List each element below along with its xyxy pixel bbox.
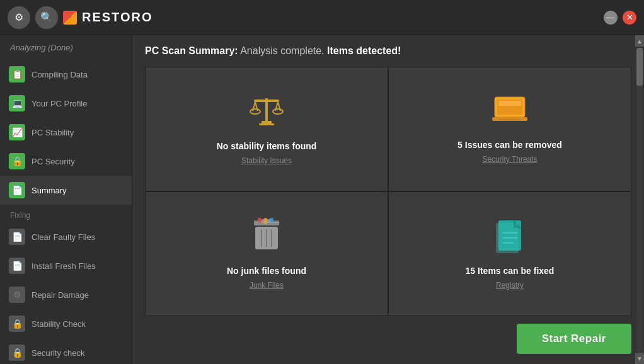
security-card-title: 5 Issues can be removed bbox=[457, 140, 562, 150]
sidebar-item-label: PC Security bbox=[32, 157, 75, 166]
bottom-bar: Start Repair bbox=[145, 316, 631, 354]
logo-icon bbox=[63, 11, 77, 25]
svg-rect-12 bbox=[498, 101, 521, 106]
sidebar-item-label: Compiling Data bbox=[32, 70, 88, 79]
sidebar-item-stability-check[interactable]: 🔒 Stability Check bbox=[0, 309, 132, 338]
junk-card-title: No junk files found bbox=[227, 266, 306, 276]
scan-title-normal: PC Scan Summary: bbox=[145, 45, 238, 56]
sidebar-header: Analyzing (Done) bbox=[0, 35, 132, 60]
junk-card-link[interactable]: Junk Files bbox=[250, 281, 284, 290]
results-grid: No stability items found Stability Issue… bbox=[145, 67, 631, 316]
sidebar-item-label: Summary bbox=[32, 186, 67, 195]
search-button[interactable]: 🔍 bbox=[35, 6, 58, 29]
sidebar-item-compiling-data[interactable]: 📋 Compiling Data bbox=[0, 60, 132, 89]
sidebar-item-security-check[interactable]: 🔒 Security check bbox=[0, 338, 132, 364]
laptop-icon bbox=[490, 94, 530, 135]
scroll-up-button[interactable]: ▲ bbox=[635, 35, 644, 47]
svg-rect-1 bbox=[254, 100, 279, 102]
content-area: PC Scan Summary: Analysis complete. Item… bbox=[132, 35, 644, 364]
title-bar-right: — ✕ bbox=[604, 11, 636, 25]
trash-icon bbox=[249, 218, 284, 261]
scrollbar: ▲ ▼ bbox=[635, 35, 644, 364]
security-card-link[interactable]: Security Threats bbox=[482, 155, 537, 164]
svg-rect-9 bbox=[259, 123, 274, 125]
stability-card-title: No stability items found bbox=[217, 141, 317, 151]
sidebar-item-label: Repair Damage bbox=[32, 290, 89, 300]
app-logo: RESTORO bbox=[63, 10, 153, 25]
svg-rect-22 bbox=[258, 218, 262, 223]
stability-check-icon: 🔒 bbox=[9, 316, 25, 332]
svg-rect-30 bbox=[496, 223, 519, 253]
stability-card: No stability items found Stability Issue… bbox=[146, 67, 388, 191]
svg-rect-8 bbox=[262, 121, 272, 123]
sidebar-item-label: Your PC Profile bbox=[32, 99, 87, 108]
scroll-down-button[interactable]: ▼ bbox=[635, 353, 644, 364]
sidebar: Analyzing (Done) 📋 Compiling Data 💻 Your… bbox=[0, 35, 132, 364]
svg-point-4 bbox=[250, 109, 260, 114]
stability-card-link[interactable]: Stability Issues bbox=[241, 156, 292, 165]
summary-icon: 📄 bbox=[9, 182, 25, 198]
title-bar-left: ⚙ 🔍 RESTORO bbox=[8, 6, 153, 29]
sidebar-item-pc-stability[interactable]: 📈 PC Stability bbox=[0, 118, 132, 147]
app-name: RESTORO bbox=[82, 10, 153, 25]
sidebar-item-label: Stability Check bbox=[32, 319, 86, 329]
svg-point-7 bbox=[273, 109, 283, 114]
compiling-data-icon: 📋 bbox=[9, 66, 25, 82]
clear-faulty-icon: 📄 bbox=[9, 229, 25, 245]
scan-title-middle: Analysis complete. bbox=[240, 45, 327, 56]
sidebar-item-clear-faulty-files[interactable]: 📄 Clear Faulty Files bbox=[0, 222, 132, 251]
scan-summary-title: PC Scan Summary: Analysis complete. Item… bbox=[145, 45, 631, 57]
registry-card: 15 Items can be fixed Registry bbox=[389, 192, 631, 316]
close-button[interactable]: ✕ bbox=[623, 11, 636, 25]
document-icon bbox=[492, 218, 527, 261]
registry-card-link[interactable]: Registry bbox=[496, 281, 524, 290]
junk-card: No junk files found Junk Files bbox=[146, 192, 388, 316]
pc-stability-icon: 📈 bbox=[9, 124, 25, 140]
fixing-section-label: Fixing bbox=[0, 205, 132, 222]
svg-rect-23 bbox=[264, 218, 267, 224]
security-check-icon: 🔒 bbox=[9, 344, 25, 361]
scroll-thumb[interactable] bbox=[636, 48, 643, 86]
pc-security-icon: 🔒 bbox=[9, 153, 25, 169]
svg-rect-14 bbox=[500, 119, 520, 120]
sidebar-item-summary[interactable]: 📄 Summary bbox=[0, 176, 132, 205]
sidebar-item-install-fresh-files[interactable]: 📄 Install Fresh Files bbox=[0, 251, 132, 280]
scroll-track bbox=[636, 48, 643, 351]
settings-button[interactable]: ⚙ bbox=[8, 6, 30, 29]
sidebar-item-pc-security[interactable]: 🔒 PC Security bbox=[0, 147, 132, 176]
sidebar-item-label: Install Fresh Files bbox=[32, 261, 96, 271]
sidebar-item-label: Security check bbox=[32, 348, 85, 358]
sidebar-item-repair-damage[interactable]: ⚙ Repair Damage bbox=[0, 280, 132, 309]
install-fresh-icon: 📄 bbox=[9, 258, 25, 274]
security-card: 5 Issues can be removed Security Threats bbox=[389, 67, 631, 191]
registry-card-title: 15 Items can be fixed bbox=[466, 266, 555, 276]
pc-profile-icon: 💻 bbox=[9, 95, 25, 111]
title-bar: ⚙ 🔍 RESTORO — ✕ bbox=[0, 0, 644, 35]
start-repair-button[interactable]: Start Repair bbox=[517, 324, 631, 354]
repair-damage-icon: ⚙ bbox=[9, 287, 25, 303]
sidebar-item-label: Clear Faulty Files bbox=[32, 232, 95, 242]
sidebar-item-label: PC Stability bbox=[32, 128, 74, 137]
scan-title-bold: Items detected! bbox=[327, 45, 401, 56]
scales-icon bbox=[248, 93, 285, 136]
main-layout: Analyzing (Done) 📋 Compiling Data 💻 Your… bbox=[0, 35, 644, 364]
svg-rect-24 bbox=[270, 218, 273, 222]
minimize-button[interactable]: — bbox=[604, 11, 618, 25]
sidebar-item-your-pc-profile[interactable]: 💻 Your PC Profile bbox=[0, 89, 132, 118]
